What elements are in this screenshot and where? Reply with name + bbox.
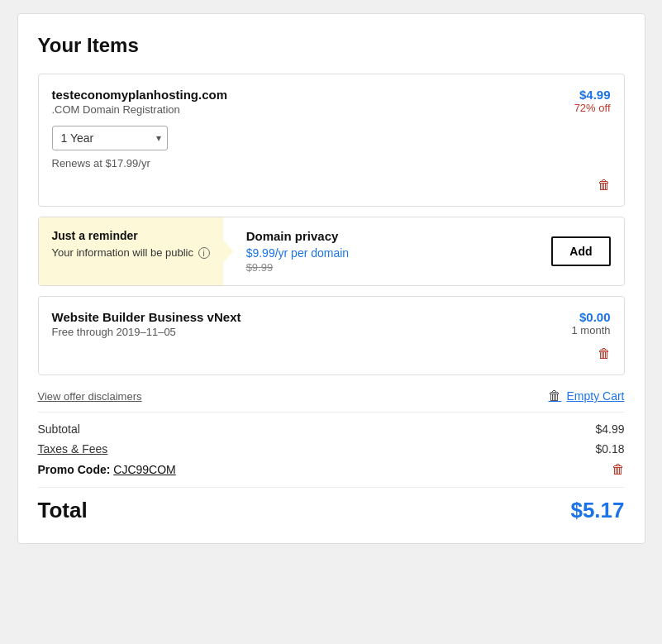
year-select-container[interactable]: 1 Year 2 Years 5 Years: [52, 126, 168, 150]
website-duration: 1 month: [572, 324, 611, 336]
renews-text: Renews at $17.99/yr: [52, 157, 611, 169]
summary-section: Subtotal $4.99 Taxes & Fees $0.18 Promo …: [38, 412, 625, 523]
website-item-card: Website Builder Business vNext Free thro…: [38, 296, 625, 375]
privacy-price: $9.99/yr per domain: [246, 246, 350, 260]
promo-label: Promo Code:: [38, 463, 111, 476]
website-item-info: Website Builder Business vNext Free thro…: [52, 310, 241, 338]
domain-item-actions: 🗑: [52, 178, 611, 193]
domain-discount: 72% off: [574, 102, 611, 114]
empty-cart-icon: 🗑: [548, 389, 561, 403]
empty-cart-button[interactable]: 🗑 Empty Cart: [548, 389, 624, 403]
privacy-add-button[interactable]: Add: [551, 236, 610, 266]
reminder-box: Just a reminder Your information will be…: [39, 217, 223, 285]
privacy-info: Domain privacy $9.99/yr per domain $9.99: [246, 229, 350, 274]
website-price-col: $0.00 1 month: [572, 310, 611, 336]
year-select-wrapper: 1 Year 2 Years 5 Years: [52, 126, 611, 150]
domain-item-info: testeconomyplanhosting.com .COM Domain R…: [52, 88, 228, 116]
page-title: Your Items: [38, 34, 625, 57]
domain-item-subtitle: .COM Domain Registration: [52, 103, 228, 116]
domain-item-name: testeconomyplanhosting.com: [52, 88, 228, 102]
total-row: Total $5.17: [38, 487, 625, 523]
website-delete-icon[interactable]: 🗑: [598, 346, 611, 361]
year-select[interactable]: 1 Year 2 Years 5 Years: [52, 126, 168, 150]
taxes-value: $0.18: [595, 442, 624, 456]
website-item-header: Website Builder Business vNext Free thro…: [52, 310, 611, 338]
promo-delete-icon[interactable]: 🗑: [612, 462, 625, 477]
taxes-row: Taxes & Fees $0.18: [38, 442, 625, 456]
cart-footer: View offer disclaimers 🗑 Empty Cart: [38, 389, 625, 403]
subtotal-value: $4.99: [595, 422, 624, 436]
subtotal-row: Subtotal $4.99: [38, 422, 625, 436]
privacy-title: Domain privacy: [246, 229, 350, 243]
domain-item-header: testeconomyplanhosting.com .COM Domain R…: [52, 88, 611, 116]
reminder-text: Your information will be public i: [52, 246, 210, 260]
empty-cart-label: Empty Cart: [566, 389, 624, 403]
domain-delete-icon[interactable]: 🗑: [598, 178, 611, 193]
promo-section: Promo Code: CJC99COM: [38, 463, 176, 476]
taxes-label[interactable]: Taxes & Fees: [38, 442, 108, 456]
reminder-info-icon[interactable]: i: [198, 247, 210, 259]
subtotal-label: Subtotal: [38, 422, 80, 436]
privacy-original-price: $9.99: [246, 261, 350, 274]
website-item-name: Website Builder Business vNext: [52, 310, 241, 324]
website-item-subtitle: Free through 2019–11–05: [52, 326, 241, 338]
main-container: Your Items testeconomyplanhosting.com .C…: [17, 13, 645, 544]
reminder-privacy-card: Just a reminder Your information will be…: [38, 217, 625, 286]
promo-row: Promo Code: CJC99COM 🗑: [38, 462, 625, 477]
privacy-section: Domain privacy $9.99/yr per domain $9.99…: [223, 217, 624, 285]
domain-price-col: $4.99 72% off: [574, 88, 611, 114]
offer-disclaimers-link[interactable]: View offer disclaimers: [38, 390, 142, 403]
domain-item-card: testeconomyplanhosting.com .COM Domain R…: [38, 74, 625, 207]
total-value: $5.17: [570, 498, 624, 523]
total-label: Total: [38, 498, 88, 523]
promo-code: CJC99COM: [113, 463, 175, 476]
domain-price: $4.99: [574, 88, 611, 102]
website-item-actions: 🗑: [52, 346, 611, 361]
reminder-title: Just a reminder: [52, 229, 210, 242]
website-price: $0.00: [572, 310, 611, 324]
